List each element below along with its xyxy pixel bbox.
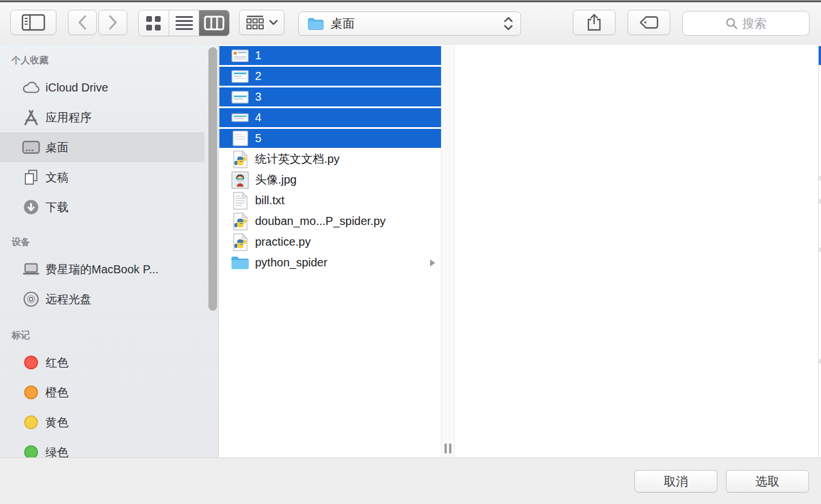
image-thumbnail-icon <box>230 171 250 189</box>
file-name: practice.py <box>255 235 311 249</box>
screenshot-thumbnail-icon <box>230 49 250 62</box>
tag-yellow-icon <box>24 415 38 429</box>
file-row[interactable]: bill.txt <box>219 191 441 210</box>
sidebar-item-documents[interactable]: 文稿 <box>0 162 204 192</box>
sidebar-section-devices: 设备 <box>12 236 218 249</box>
arrange-icon <box>245 15 265 30</box>
tag-red-icon <box>24 356 38 369</box>
icloud-drive-icon <box>22 81 40 94</box>
file-name: 4 <box>255 111 261 124</box>
sidebar-section-tags: 标记 <box>12 329 218 342</box>
icon-view-button[interactable] <box>139 10 169 36</box>
sidebar-item-desktop[interactable]: 桌面 <box>0 132 204 162</box>
file-name: 5 <box>255 132 261 145</box>
remote-disc-icon <box>22 291 40 307</box>
location-label: 桌面 <box>330 16 503 32</box>
column-resize-handle[interactable] <box>444 444 451 453</box>
grip-bar <box>449 444 451 453</box>
stepper-chevrons-icon <box>503 16 514 31</box>
selected-file-row[interactable]: 2 <box>219 67 441 86</box>
preview-column <box>455 45 818 457</box>
back-button[interactable] <box>68 10 97 35</box>
screenshot-thumbnail-icon <box>230 131 250 146</box>
file-name: 统计英文文档.py <box>255 151 340 167</box>
sidebar-item-tag-yellow[interactable]: 黄色 <box>0 407 204 437</box>
python-file-icon <box>230 150 250 169</box>
documents-icon <box>22 169 40 185</box>
chevron-down-icon <box>269 20 278 25</box>
choose-button[interactable]: 选取 <box>726 470 809 492</box>
search-field[interactable]: 搜索 <box>682 11 809 36</box>
folder-icon <box>307 17 324 30</box>
selected-file-row[interactable]: 5 <box>219 129 441 148</box>
screenshot-thumbnail-icon <box>230 91 250 104</box>
file-row[interactable]: practice.py <box>219 232 441 251</box>
selected-file-row[interactable]: 1 <box>219 46 441 65</box>
column-view-icon <box>204 16 225 30</box>
next-column-sliver <box>819 45 821 457</box>
icon-view-icon <box>146 16 161 30</box>
file-name: 头像.jpg <box>255 172 297 188</box>
sidebar-item-tag-red[interactable]: 红色 <box>0 348 204 377</box>
file-name: 3 <box>255 90 261 104</box>
sidebar-section-favorites: 个人收藏 <box>12 54 218 67</box>
file-name: python_spider <box>255 256 328 269</box>
finder-open-dialog: 桌面 搜索 <box>0 0 821 504</box>
sidebar-item-downloads[interactable]: 下载 <box>0 192 204 222</box>
sidebar-toggle-button[interactable] <box>10 10 56 35</box>
downloads-icon <box>22 199 40 215</box>
python-file-icon <box>230 233 250 251</box>
cancel-button[interactable]: 取消 <box>634 470 717 492</box>
forward-chevron-icon <box>107 14 119 31</box>
sliver-selection <box>819 46 821 65</box>
column-view-button[interactable] <box>199 10 229 36</box>
view-mode-segmented-control <box>138 10 230 36</box>
sidebar-item-remote-disc[interactable]: 远程光盘 <box>0 284 204 314</box>
python-file-icon <box>230 212 250 231</box>
toolbar: 桌面 搜索 <box>0 2 821 45</box>
share-button[interactable] <box>573 10 615 35</box>
column-resize-divider[interactable] <box>441 45 455 457</box>
file-name: douban_mo...P_spider.py <box>255 215 386 228</box>
laptop-icon <box>22 262 40 277</box>
sidebar-item-applications[interactable]: 应用程序 <box>0 102 204 132</box>
grip-bar <box>444 444 447 453</box>
tag-icon <box>638 16 659 29</box>
file-row[interactable]: 统计英文文档.py <box>219 150 441 169</box>
list-view-icon <box>176 14 193 32</box>
search-icon <box>725 17 738 30</box>
text-file-icon <box>230 192 250 210</box>
file-row[interactable]: douban_mo...P_spider.py <box>219 212 441 231</box>
location-dropdown[interactable]: 桌面 <box>298 12 521 36</box>
selected-file-row[interactable]: 4 <box>219 108 441 127</box>
screenshot-thumbnail-icon <box>230 113 250 122</box>
file-row[interactable]: 头像.jpg <box>219 170 441 189</box>
sidebar-item-macbook[interactable]: 费星瑞的MacBook P... <box>0 254 204 284</box>
disclosure-triangle-icon <box>430 259 435 266</box>
applications-icon <box>22 109 40 125</box>
screenshot-thumbnail-icon <box>230 70 250 83</box>
file-row[interactable]: python_spider <box>219 253 441 272</box>
sidebar: 个人收藏 iCloud Drive <box>0 45 219 457</box>
sidebar-item-tag-orange[interactable]: 橙色 <box>0 377 204 407</box>
sidebar-item-tag-green[interactable]: 绿色 <box>0 437 204 457</box>
arrange-button[interactable] <box>239 10 284 35</box>
sidebar-toggle-icon <box>21 14 45 31</box>
tags-button[interactable] <box>628 10 670 35</box>
tag-green-icon <box>24 445 38 457</box>
dialog-footer: 取消 选取 <box>0 457 821 504</box>
desktop-icon <box>22 140 40 154</box>
search-placeholder: 搜索 <box>742 16 766 32</box>
back-chevron-icon <box>77 14 88 31</box>
sidebar-scrollbar[interactable] <box>208 47 217 311</box>
sidebar-item-icloud-drive[interactable]: iCloud Drive <box>0 72 204 102</box>
list-view-button[interactable] <box>169 10 200 36</box>
file-name: 2 <box>255 70 261 83</box>
content-area: 个人收藏 iCloud Drive <box>0 45 821 457</box>
file-column: 1 2 <box>219 45 441 457</box>
forward-button[interactable] <box>98 10 127 35</box>
share-icon <box>586 13 602 32</box>
selected-file-row[interactable]: 3 <box>219 87 441 106</box>
tag-orange-icon <box>24 385 38 399</box>
file-name: bill.txt <box>255 194 284 207</box>
